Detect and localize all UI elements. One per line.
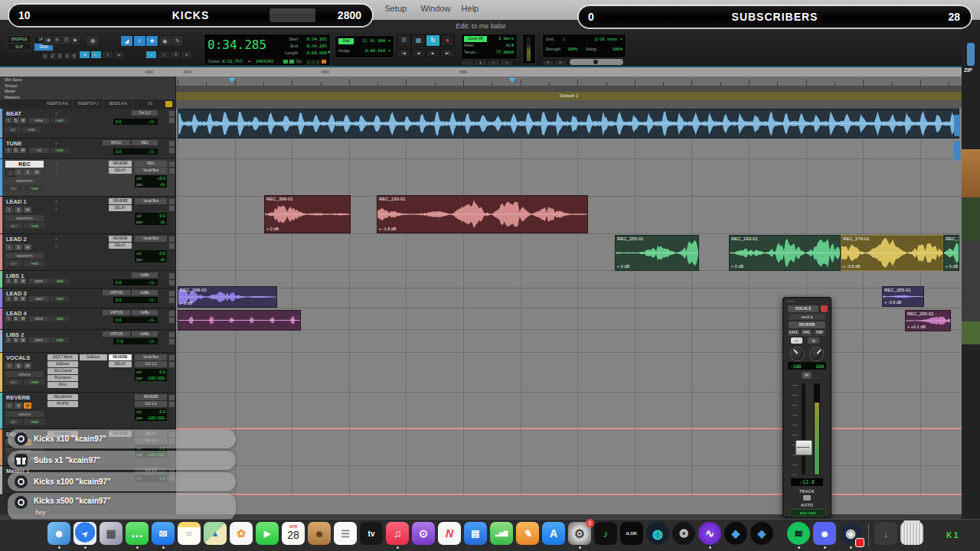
record-enable-button[interactable]: ● [5,169,15,177]
input-monitor-button[interactable]: I [5,207,13,213]
solo-button[interactable]: S [24,169,31,175]
automation-mode[interactable]: read [51,316,69,321]
dock-icon-facetime[interactable]: ▶ [256,522,279,545]
track-view-selector[interactable]: wave [29,296,49,302]
io-output-selector[interactable]: Out 1-2 [132,110,158,116]
rtz-button[interactable]: |◀ [397,49,411,57]
fader-cap[interactable] [795,440,812,455]
midi-grid-value[interactable]: 1/16 note ▾ [573,37,622,41]
mute-button[interactable]: M [33,169,41,175]
track-button-i[interactable]: I [5,337,11,343]
dyn-selector[interactable]: dyn [5,223,22,229]
send-fmp-button[interactable]: FMP [814,330,825,336]
stop-button[interactable]: ▦ [411,34,426,47]
edit-function-button-7[interactable]: ⧉ [181,51,192,59]
pencil-tool[interactable]: ✎ [171,35,184,47]
track-button-i[interactable]: I [5,279,11,284]
notification-toast[interactable]: Kicks x10 "kcain97" [8,429,236,448]
lane-libs-1[interactable] [176,271,962,289]
timeline-edit-area[interactable]: Default 1REC_398-01+ 0 dBREC_230-01+ -1.… [176,77,962,514]
send-delay[interactable]: DELAY [109,168,132,174]
dock-icon-loopback[interactable]: ◍ [646,522,669,545]
io-output-selector[interactable]: Vocal Bus [135,198,167,204]
grabber-tool[interactable]: ✥ [145,35,158,47]
input-monitor-button[interactable]: I [5,403,13,409]
dock-icon-tv[interactable]: tv [360,522,383,545]
notification-toast[interactable]: Subs x1 "kcain97" [8,451,236,470]
dyn-selector[interactable]: dyn [5,260,22,266]
dock-icon-pro-tools[interactable]: ∿ [698,522,721,545]
clip-rec-295-01[interactable]: REC_295-01+ +0.1 dB [905,310,951,331]
dock-icon-launchpad[interactable]: ▦ [100,522,122,545]
edit-mode-slip[interactable]: SLIP [6,43,32,51]
dock-icon-spotify[interactable]: ≋ [787,522,810,545]
mini-button-a[interactable] [168,354,175,361]
ruler-meter[interactable]: Meter [5,89,15,93]
track-view-selector[interactable]: volume [5,371,44,377]
track-button-i[interactable]: I [5,296,11,302]
track-button-i[interactable]: I [5,118,11,123]
dyn-selector[interactable]: dyn [5,185,22,191]
zoom-preset-2[interactable]: 2 [49,52,57,60]
insert-f6-rta[interactable]: F6-RTA [47,401,78,407]
notification-toast[interactable]: Kicks x100 "kcain97" [8,472,236,491]
track-view-selector[interactable]: waveform [5,215,44,221]
lane-rec[interactable] [176,159,962,197]
track-header-libs-2[interactable]: LIBS 2ISMwavereadVIRTUSVolBs-7.9‹ 0 › [0,330,175,353]
automation-mode[interactable]: read [24,419,45,425]
goto-end-button[interactable]: ▶| [440,49,455,57]
insert-sslchanel[interactable]: SSLChanel [47,368,78,374]
lane-tune[interactable] [176,139,962,159]
metronome-button-3[interactable]: ⇥ [500,60,513,66]
edit-function-button-0[interactable]: ⇥ [79,51,90,59]
mini-button-b[interactable] [168,168,175,174]
track-name[interactable]: LEAD 2 [6,236,27,243]
io-input-selector[interactable]: MIC/LI [103,140,130,145]
mini-button-a[interactable] [168,198,175,205]
track-button-m[interactable]: M [20,337,26,343]
dock-icon-app-store[interactable]: A [542,522,565,545]
io-output-selector[interactable]: Vocal Bus [135,236,167,242]
mini-button-b[interactable] [168,401,175,408]
zoom-button-3[interactable]: ▶ [70,35,80,45]
ruler-markers[interactable]: Markers [5,95,20,99]
track-button-m[interactable]: M [20,296,26,302]
selector-tool[interactable]: I [133,35,146,47]
io-output-selector[interactable]: VolBs [132,290,158,295]
ffwd-button[interactable]: ▶ [426,49,440,57]
track-header-lead-3[interactable]: LEAD 3ISMwavereadVIRTUSVolBs0.0‹ 0 › [0,289,175,308]
edit-function-button-1[interactable]: t↔ [90,51,102,59]
mini-button-b[interactable] [168,117,175,124]
automation-mode[interactable]: read [51,296,69,302]
clip-rec-29[interactable]: REC_29+ 0 dB [943,235,959,271]
lane-master-1[interactable] [176,466,962,495]
insert-marywverb[interactable]: MaryWVerb [47,394,78,400]
send-safe-button[interactable]: SAFE [788,330,799,336]
track-view-selector[interactable]: wave [29,337,49,343]
edit-function-button-2[interactable]: ≡ [102,51,113,59]
track-name[interactable]: LEAD 1 [6,198,27,205]
mini-button-b[interactable] [168,338,175,345]
zoomer-tool[interactable]: ⊕ [86,35,100,47]
dock-icon-uad-meter[interactable]: ◈ [750,522,773,545]
io-input-selector[interactable]: VIRTUS [103,310,130,315]
track-button-i[interactable]: I [5,316,11,321]
main-counter[interactable]: 0:34.285▾ [207,37,269,52]
mini-button-a[interactable] [168,310,175,317]
io-output-selector[interactable]: Out 1-2 [135,401,167,407]
automation-mode[interactable]: read [24,260,45,266]
mini-button-a[interactable] [168,331,175,338]
dock-icon-mail[interactable]: ✉ [152,522,175,545]
track-header-lead-2[interactable]: LEAD 2ISMwaveformdynreadREVERBDELAYVocal… [0,234,175,271]
track-button-i[interactable]: I [5,148,11,153]
grid-value[interactable]: 1| 0| 000 ▾ [357,38,390,43]
dock-icon-ilok[interactable]: iLOK [620,522,643,545]
track-view-selector[interactable]: wave [29,316,49,321]
playhead-marker-0[interactable] [229,78,235,83]
track-button-m[interactable]: M [20,148,26,153]
dock-icon-soundsource[interactable]: ❂ [672,522,695,545]
clip-rec-398-03[interactable]: REC_398-03+ 0 dB [178,286,277,308]
io-input-selector[interactable]: Vocal Bus [135,354,167,360]
mini-button-a[interactable] [168,140,175,147]
dyn-selector[interactable]: dyn [5,419,22,425]
